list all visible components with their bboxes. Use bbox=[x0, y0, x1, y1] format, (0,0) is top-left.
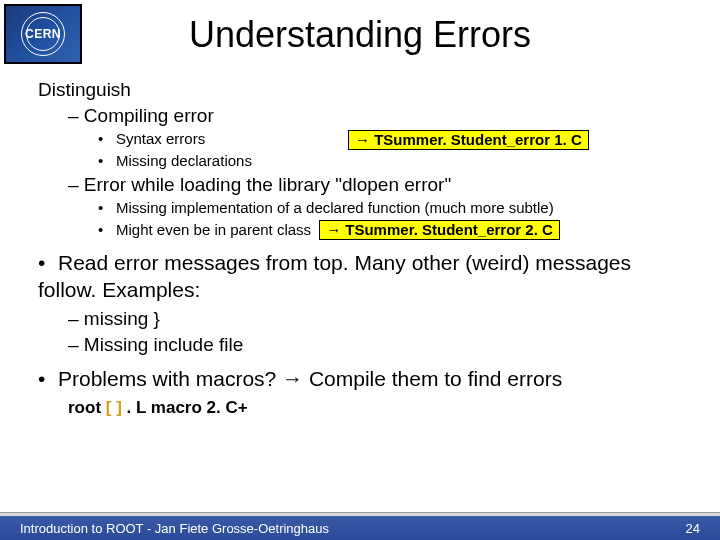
heading-distinguish: Distinguish bbox=[38, 78, 692, 102]
logo-text: CERN bbox=[25, 27, 61, 41]
item-dlopen-error: Error while loading the library "dlopen … bbox=[68, 173, 692, 197]
code-brackets: [ ] bbox=[106, 398, 127, 417]
item-compiling-error: Compiling error bbox=[68, 104, 692, 128]
footer-left: Introduction to ROOT - Jan Fiete Grosse-… bbox=[20, 521, 329, 536]
item-missing-brace: missing } bbox=[68, 307, 692, 331]
slide-content: Distinguish Compiling error •Syntax erro… bbox=[0, 78, 720, 418]
highlight-error1: → TSummer. Student_error 1. C bbox=[348, 130, 589, 151]
item-read-error-messages: •Read error messages from top. Many othe… bbox=[38, 250, 692, 303]
item-problems-macros: •Problems with macros? → Compile them to… bbox=[38, 366, 692, 392]
item-parent-class: Might even be in parent class bbox=[116, 221, 311, 240]
item-missing-include: Missing include file bbox=[68, 333, 692, 357]
cern-logo: CERN bbox=[4, 4, 82, 64]
item-syntax-errors-row: •Syntax errors → TSummer. Student_error … bbox=[98, 130, 692, 151]
item-parent-class-row: •Might even be in parent class → TSummer… bbox=[98, 220, 692, 241]
code-command: root [ ] . L macro 2. C+ bbox=[68, 397, 692, 418]
slide-title: Understanding Errors bbox=[0, 0, 720, 74]
item-syntax-errors: Syntax errors bbox=[116, 130, 205, 147]
item-missing-implementation: •Missing implementation of a declared fu… bbox=[98, 199, 692, 218]
code-macro: . L macro 2. C+ bbox=[127, 398, 248, 417]
footer-bar: Introduction to ROOT - Jan Fiete Grosse-… bbox=[0, 516, 720, 540]
footer-page-number: 24 bbox=[686, 521, 700, 536]
code-root: root bbox=[68, 398, 106, 417]
item-missing-declarations: •Missing declarations bbox=[98, 152, 692, 171]
highlight-error2: → TSummer. Student_error 2. C bbox=[319, 220, 560, 241]
